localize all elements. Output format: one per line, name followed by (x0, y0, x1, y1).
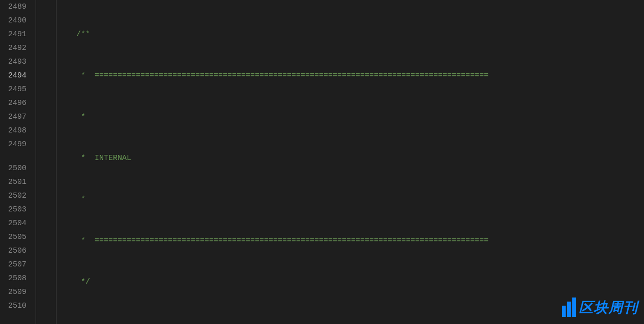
line-number: 2506 (0, 244, 26, 258)
line-number: 2510 (0, 299, 26, 313)
line-number: 2493 (0, 55, 26, 69)
code-line (76, 316, 644, 324)
code-line: */ (76, 275, 644, 289)
line-number: 2490 (0, 14, 26, 28)
line-number: 2499 (0, 138, 26, 151)
indent-guides (36, 0, 76, 324)
line-number-gutter: 2489249024912492249324942495249624972498… (0, 0, 36, 324)
line-number: 2509 (0, 285, 26, 299)
code-editor[interactable]: 2489249024912492249324942495249624972498… (0, 0, 644, 324)
code-line: * ======================================… (76, 69, 644, 83)
line-number: 2502 (0, 189, 26, 203)
line-number: 2494 (0, 69, 26, 83)
line-number: 2492 (0, 41, 26, 55)
line-number: 2496 (0, 96, 26, 110)
line-number: 2491 (0, 28, 26, 41)
code-line: * INTERNAL (76, 151, 644, 165)
line-number: 2489 (0, 0, 26, 14)
line-number: 2504 (0, 217, 26, 230)
code-line: * (76, 110, 644, 124)
code-area[interactable]: /** * ==================================… (76, 0, 644, 324)
watermark-logo: 区块周刊 (562, 298, 638, 317)
line-number: 2505 (0, 230, 26, 244)
line-number: 2495 (0, 83, 26, 96)
line-number: 2497 (0, 110, 26, 124)
line-number: 2500 (0, 161, 26, 175)
line-number: 2508 (0, 272, 26, 285)
line-number: 2501 (0, 175, 26, 189)
code-line: * (76, 193, 644, 206)
logo-bars-icon (562, 298, 576, 317)
code-line: /** (76, 28, 644, 41)
line-number: 2507 (0, 258, 26, 272)
code-line: * ======================================… (76, 234, 644, 248)
line-number: 2498 (0, 124, 26, 138)
line-number: 2503 (0, 203, 26, 217)
